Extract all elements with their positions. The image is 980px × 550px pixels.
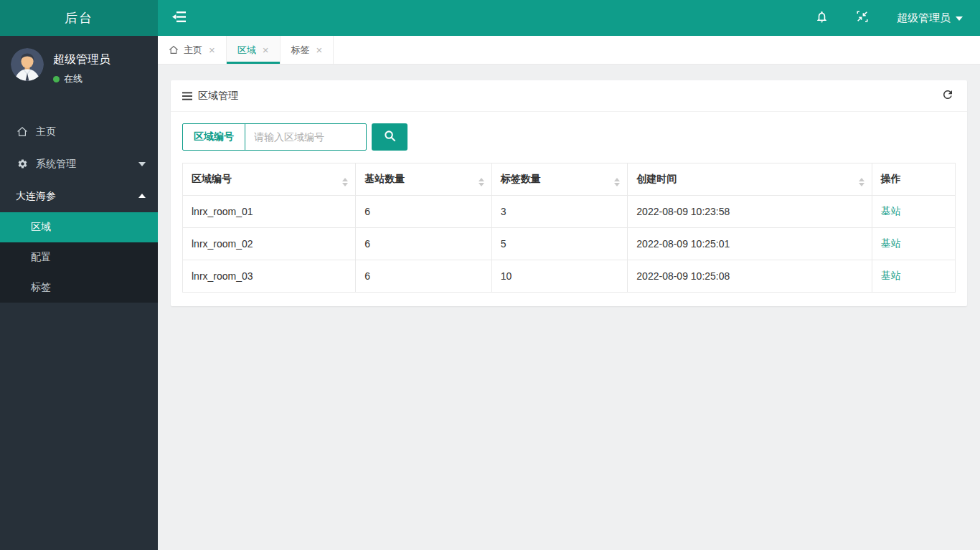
area-id-search-input[interactable] (245, 124, 366, 150)
cell-station-count: 6 (356, 228, 492, 260)
card-title: 区域管理 (198, 90, 238, 103)
tab-home[interactable]: 主页 × (158, 36, 227, 64)
notifications-button[interactable] (801, 0, 842, 36)
sort-icon[interactable] (859, 175, 864, 189)
sidebar-item-dalian-haishen[interactable]: 大连海参 (0, 180, 158, 212)
cell-area-id: lnrx_room_01 (183, 196, 356, 228)
base-station-link[interactable]: 基站 (881, 205, 901, 217)
main-area: 主页 × 区域 × 标签 × 区域管理 (158, 36, 980, 550)
cell-station-count: 6 (356, 196, 492, 228)
search-toolbar: 区域编号 (182, 123, 956, 151)
col-header-station-count[interactable]: 基站数量 (356, 163, 492, 196)
content-area: 区域管理 区域编号 (158, 65, 980, 550)
sidebar-subitem-config[interactable]: 配置 (0, 242, 158, 272)
sidebar-user-name: 超级管理员 (53, 52, 110, 67)
refresh-button[interactable] (940, 87, 956, 105)
base-station-link[interactable]: 基站 (881, 237, 901, 249)
outdent-icon (172, 11, 186, 26)
cell-actions: 基站 (872, 228, 955, 260)
sort-icon[interactable] (479, 175, 484, 189)
col-header-area-id[interactable]: 区域编号 (183, 163, 356, 196)
cell-tag-count: 10 (491, 260, 628, 293)
tab-bar: 主页 × 区域 × 标签 × (158, 36, 980, 65)
sidebar-item-home[interactable]: 主页 (0, 115, 158, 148)
sidebar-item-label: 主页 (36, 125, 56, 138)
cell-actions: 基站 (872, 260, 955, 293)
card-header: 区域管理 (171, 80, 967, 112)
top-navbar: 后台 (0, 0, 980, 36)
cell-created-at: 2022-08-09 10:23:58 (628, 196, 872, 228)
sidebar-submenu: 区域 配置 标签 (0, 212, 158, 303)
tab-tags[interactable]: 标签 × (281, 36, 334, 64)
sort-icon[interactable] (342, 175, 348, 189)
cell-tag-count: 5 (491, 228, 628, 260)
tab-label: 标签 (291, 44, 310, 57)
col-header-created-at[interactable]: 创建时间 (628, 163, 872, 196)
cell-station-count: 6 (356, 260, 492, 293)
col-header-actions: 操作 (872, 163, 955, 196)
cell-area-id: lnrx_room_02 (183, 228, 356, 260)
cell-actions: 基站 (872, 196, 955, 228)
compress-icon (856, 10, 869, 26)
brand-logo[interactable]: 后台 (0, 0, 158, 36)
close-icon[interactable]: × (209, 44, 215, 55)
card-body: 区域编号 (171, 112, 967, 306)
tab-label: 区域 (237, 44, 256, 57)
sidebar-user-panel: 超级管理员 在线 (0, 36, 158, 94)
area-management-card: 区域管理 区域编号 (171, 80, 967, 306)
table-row: lnrx_room_02 6 5 2022-08-09 10:25:01 基站 (183, 228, 956, 260)
col-header-label: 区域编号 (192, 173, 232, 184)
tab-area[interactable]: 区域 × (227, 36, 281, 64)
cell-created-at: 2022-08-09 10:25:08 (628, 260, 872, 293)
refresh-icon (941, 88, 954, 103)
sidebar-menu: 主页 系统管理 大连海参 区域 配置 (0, 115, 158, 303)
avatar (11, 48, 44, 81)
cell-tag-count: 3 (491, 196, 628, 228)
col-header-tag-count[interactable]: 标签数量 (491, 163, 628, 196)
home-icon (169, 45, 179, 54)
sidebar-toggle-button[interactable] (158, 0, 199, 36)
sidebar-user-info: 超级管理员 在线 (53, 48, 110, 85)
sidebar-user-status: 在线 (53, 72, 110, 85)
sort-icon[interactable] (614, 175, 620, 189)
gear-icon (16, 158, 29, 169)
user-menu-dropdown[interactable]: 超级管理员 (882, 0, 980, 36)
col-header-label: 操作 (881, 173, 901, 184)
search-field-label: 区域编号 (183, 124, 245, 150)
fullscreen-exit-button[interactable] (842, 0, 882, 36)
user-menu-label: 超级管理员 (897, 11, 951, 25)
cell-area-id: lnrx_room_03 (183, 260, 356, 293)
tab-label: 主页 (184, 44, 202, 57)
online-dot-icon (53, 76, 60, 82)
bell-icon (815, 10, 829, 27)
brand-text: 后台 (65, 9, 93, 27)
area-table: 区域编号 基站数量 标签数量 (182, 163, 956, 293)
online-status-label: 在线 (64, 72, 83, 85)
caret-up-icon (138, 190, 146, 198)
sidebar-item-system-management[interactable]: 系统管理 (0, 148, 158, 180)
sidebar: 超级管理员 在线 主页 系统管理 (0, 36, 158, 550)
sidebar-subitem-tags[interactable]: 标签 (0, 272, 158, 303)
search-button[interactable] (372, 123, 407, 151)
search-input-group: 区域编号 (182, 123, 367, 151)
table-row: lnrx_room_03 6 10 2022-08-09 10:25:08 基站 (183, 260, 956, 293)
sidebar-item-label: 大连海参 (16, 190, 56, 203)
sidebar-subitem-label: 区域 (31, 221, 51, 234)
topbar-right-group: 超级管理员 (801, 0, 980, 36)
base-station-link[interactable]: 基站 (881, 270, 901, 281)
hamburger-icon (182, 92, 192, 100)
caret-down-icon (138, 162, 146, 170)
table-header-row: 区域编号 基站数量 标签数量 (183, 163, 956, 196)
cell-created-at: 2022-08-09 10:25:01 (628, 228, 872, 260)
sidebar-subitem-label: 标签 (31, 281, 51, 294)
close-icon[interactable]: × (263, 44, 269, 55)
home-icon (16, 126, 29, 137)
page: 后台 (0, 0, 980, 550)
sidebar-item-label: 系统管理 (36, 158, 76, 171)
table-row: lnrx_room_01 6 3 2022-08-09 10:23:58 基站 (183, 196, 956, 228)
col-header-label: 标签数量 (501, 173, 541, 184)
sidebar-subitem-label: 配置 (31, 251, 51, 264)
col-header-label: 创建时间 (636, 173, 677, 184)
close-icon[interactable]: × (316, 44, 323, 55)
sidebar-subitem-area[interactable]: 区域 (0, 212, 158, 242)
